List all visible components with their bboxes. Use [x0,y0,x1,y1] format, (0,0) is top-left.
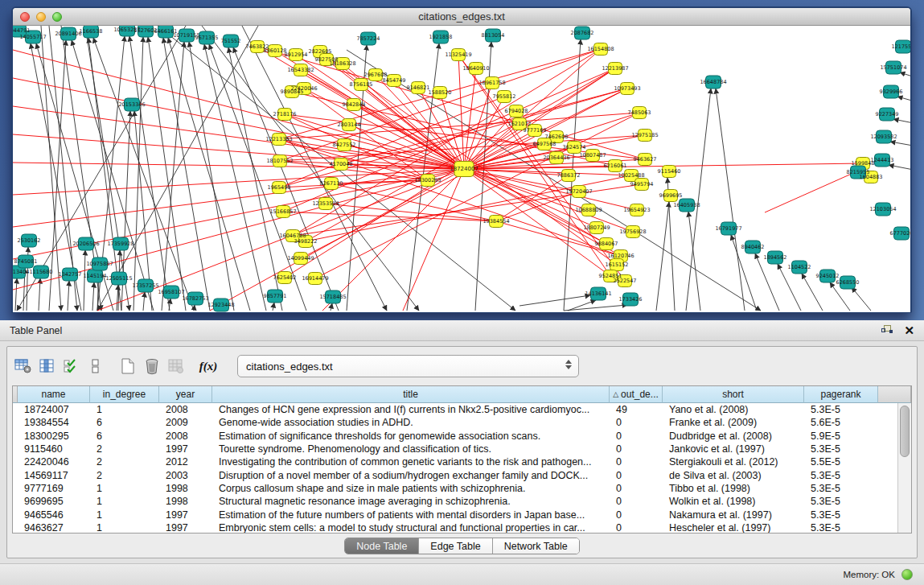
table-cell[interactable]: Investigating the contribution of common… [212,455,610,468]
table-cell[interactable]: 9463627 [18,521,90,533]
network-node[interactable] [164,286,179,299]
network-node[interactable] [369,69,383,81]
tab-network-table[interactable]: Network Table [493,538,579,554]
table-row[interactable]: 1872400712008Changes of HCN gene express… [13,403,897,416]
network-node[interactable] [609,160,622,172]
table-cell[interactable]: 0 [610,468,663,481]
table-cell[interactable]: Embryonic stem cells: a model to study s… [212,521,610,533]
float-panel-icon[interactable] [881,325,893,336]
network-node[interactable] [188,292,203,305]
table-cell[interactable]: 2003 [159,468,212,481]
network-node[interactable] [125,98,140,111]
network-node[interactable] [22,234,37,247]
network-node[interactable] [894,227,910,240]
network-node[interactable] [294,253,308,265]
network-node[interactable] [550,152,564,164]
tab-edge-table[interactable]: Edge Table [419,538,492,554]
network-node[interactable] [626,226,640,238]
network-node[interactable] [623,293,639,306]
network-node[interactable] [138,279,154,292]
network-node[interactable] [26,31,41,43]
network-node[interactable] [298,83,311,95]
vertical-scrollbar[interactable] [897,403,911,533]
network-node[interactable] [792,261,807,274]
network-node[interactable] [635,179,649,191]
create-new-column-icon[interactable] [117,355,139,377]
network-node[interactable] [604,270,618,282]
network-node[interactable] [582,204,596,216]
network-node[interactable] [412,82,425,94]
network-node[interactable] [433,87,447,99]
table-row[interactable]: 977716911998Corpus callosum shape and si… [13,482,897,495]
network-node[interactable] [273,134,286,146]
table-cell[interactable]: Estimation of significance thresholds fo… [212,430,610,443]
column-header[interactable]: name [18,386,90,403]
import-table-icon[interactable] [165,355,187,377]
network-node[interactable] [336,58,350,70]
table-cell[interactable]: de Silva et al. (2003) [663,468,804,481]
table-cell[interactable]: 1998 [159,495,212,508]
network-node[interactable] [609,63,622,75]
network-node[interactable] [896,40,911,53]
network-node[interactable] [278,109,292,121]
network-node[interactable] [768,251,783,264]
network-node[interactable] [590,222,604,234]
network-node[interactable] [299,236,313,248]
network-node[interactable] [158,26,174,38]
table-cell[interactable]: 5.5E-5 [804,455,878,468]
table-cell[interactable]: 0 [610,482,663,495]
table-cell[interactable]: Changes of HCN gene expression and I(f) … [212,403,610,416]
network-node[interactable] [286,230,300,242]
network-node[interactable] [251,41,265,53]
network-node[interactable] [277,206,290,218]
citation-network-graph[interactable]: 1872400774638228860128891295428226059827… [13,26,910,312]
table-cell[interactable]: 0 [610,508,663,521]
network-node[interactable] [600,238,614,250]
table-cell[interactable]: Jankovic et al. (1997) [663,443,804,455]
memory-status-indicator[interactable] [901,569,913,580]
network-node[interactable] [278,272,292,284]
table-cell[interactable]: 0 [610,443,663,455]
table-row[interactable]: 969969511998Structural magnetic resonanc… [13,495,897,508]
table-cell[interactable]: 5.9E-5 [804,430,878,443]
network-node[interactable] [875,154,890,167]
table-row[interactable]: 1456911722003Disruption of a novel membe… [13,468,897,481]
network-node[interactable] [470,63,483,75]
table-row[interactable]: 1830029562008Estimation of significance … [13,430,897,443]
network-node[interactable] [639,130,652,142]
table-cell[interactable]: 9115460 [18,443,90,455]
network-node[interactable] [63,268,78,281]
network-node[interactable] [851,166,866,179]
table-row[interactable]: 911546021997Tourette syndrome. Phenomeno… [13,443,897,455]
table-cell[interactable]: 0 [610,455,663,468]
table-cell[interactable]: 1997 [159,508,212,521]
network-node[interactable] [840,276,856,289]
network-node[interactable] [594,43,608,56]
window-titlebar[interactable]: citations_edges.txt [13,8,910,26]
network-node[interactable] [745,241,761,253]
network-node[interactable] [591,287,606,300]
network-node[interactable] [884,85,899,98]
table-cell[interactable]: Franke et al. (2009) [663,416,804,429]
table-row[interactable]: 946554611997Estimation of the future num… [13,508,897,521]
table-cell[interactable]: Yano et al. (2008) [663,403,804,416]
network-node[interactable] [320,54,334,66]
table-cell[interactable]: 2 [90,468,159,481]
table-cell[interactable]: 0 [610,416,663,429]
network-node[interactable] [338,139,351,151]
table-cell[interactable]: 1 [90,521,159,533]
column-header[interactable]: year [159,386,212,403]
table-cell[interactable]: 1 [90,482,159,495]
table-cell[interactable]: 19384554 [18,416,90,429]
table-cell[interactable]: 6 [90,430,159,443]
network-node[interactable] [680,199,695,212]
show-hide-columns-icon[interactable] [36,355,59,377]
table-cell[interactable]: 1 [90,495,159,508]
network-node[interactable] [138,26,154,37]
network-node[interactable] [309,273,322,285]
network-node[interactable] [433,31,449,43]
network-node[interactable] [319,198,333,210]
table-cell[interactable]: 5.3E-5 [804,482,878,495]
network-node[interactable] [486,77,499,89]
network-node[interactable] [452,49,466,61]
